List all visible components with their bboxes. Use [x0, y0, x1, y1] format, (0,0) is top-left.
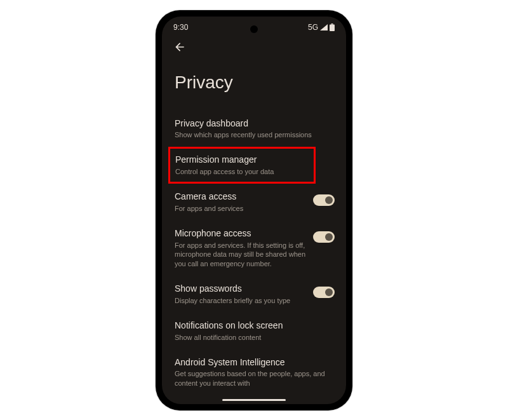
setting-title: Camera access — [175, 191, 307, 203]
signal-icon — [320, 24, 328, 30]
camera-access-toggle[interactable] — [313, 194, 335, 206]
setting-android-system-intelligence[interactable]: Android System Intelligence Get suggesti… — [173, 349, 335, 396]
phone-screen: 9:30 5G Privacy Privacy dashboard — [162, 17, 346, 404]
setting-title: Microphone access — [175, 227, 307, 240]
setting-subtitle: For apps and services — [175, 204, 307, 213]
setting-subtitle: Display characters briefly as you type — [175, 296, 307, 306]
setting-title: Show passwords — [175, 283, 307, 295]
setting-title: Android System Intelligence — [175, 356, 335, 369]
setting-text: Personalize using app data — [175, 402, 307, 403]
nav-indicator[interactable] — [222, 399, 286, 401]
status-time: 9:30 — [173, 23, 188, 32]
toolbar — [162, 34, 346, 56]
setting-permission-manager[interactable]: Permission manager Control app access to… — [168, 147, 316, 184]
setting-show-passwords[interactable]: Show passwords Display characters briefl… — [173, 276, 335, 313]
microphone-access-toggle[interactable] — [313, 231, 335, 243]
setting-microphone-access[interactable]: Microphone access For apps and services.… — [173, 220, 335, 276]
phone-frame: 9:30 5G Privacy Privacy dashboard — [156, 10, 352, 410]
setting-title: Notifications on lock screen — [175, 320, 335, 332]
content[interactable]: Privacy Privacy dashboard Show which app… — [162, 56, 346, 404]
svg-rect-0 — [331, 24, 333, 25]
setting-text: Privacy dashboard Show which apps recent… — [175, 118, 335, 140]
setting-text: Permission manager Control app access to… — [175, 154, 307, 177]
status-right: 5G — [308, 23, 335, 32]
setting-title: Permission manager — [175, 154, 307, 166]
page-title: Privacy — [175, 72, 335, 93]
setting-privacy-dashboard[interactable]: Privacy dashboard Show which apps recent… — [173, 111, 335, 147]
setting-text: Notifications on lock screen Show all no… — [175, 320, 335, 342]
setting-subtitle: For apps and services. If this setting i… — [175, 241, 307, 269]
setting-text: Camera access For apps and services — [175, 191, 307, 213]
setting-title: Personalize using app data — [175, 402, 307, 403]
setting-text: Microphone access For apps and services.… — [175, 227, 307, 269]
setting-subtitle: Get suggestions based on the people, app… — [175, 369, 335, 388]
setting-text: Show passwords Display characters briefl… — [175, 283, 307, 306]
svg-rect-1 — [330, 24, 335, 31]
setting-text: Android System Intelligence Get suggesti… — [175, 356, 335, 389]
setting-subtitle: Show all notification content — [175, 333, 335, 342]
setting-subtitle: Show which apps recently used permission… — [175, 130, 335, 140]
setting-title: Privacy dashboard — [175, 118, 335, 130]
setting-subtitle: Control app access to your data — [175, 167, 307, 177]
arrow-left-icon — [173, 41, 186, 53]
camera-hole — [250, 25, 258, 33]
setting-lock-screen-notifications[interactable]: Notifications on lock screen Show all no… — [173, 313, 335, 349]
back-button[interactable] — [173, 41, 186, 56]
show-passwords-toggle[interactable] — [313, 287, 335, 298]
network-label: 5G — [308, 23, 318, 32]
setting-camera-access[interactable]: Camera access For apps and services — [173, 184, 335, 220]
battery-icon — [330, 24, 335, 31]
